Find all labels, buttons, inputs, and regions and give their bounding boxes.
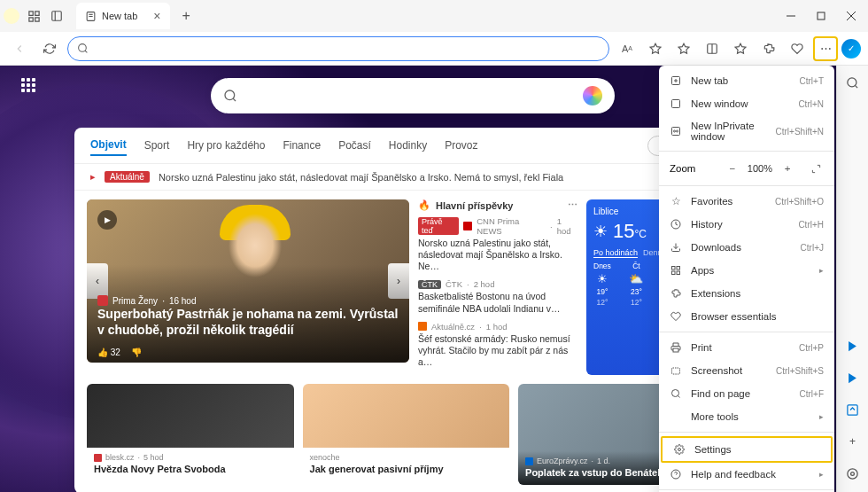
tab-page-icon xyxy=(85,11,97,22)
zoom-out-button[interactable]: − xyxy=(725,160,740,176)
menu-history[interactable]: History Ctrl+H xyxy=(659,213,834,236)
story-actions: 👍 32 👎 xyxy=(97,348,142,357)
menu-print[interactable]: Print Ctrl+P xyxy=(659,336,834,359)
menu-label: Favorites xyxy=(691,196,766,207)
svg-point-41 xyxy=(851,472,855,475)
menu-screenshot[interactable]: Screenshot Ctrl+Shift+S xyxy=(659,359,834,382)
menu-shortcut: Ctrl+Shift+N xyxy=(776,127,824,137)
feed-tab-sport[interactable]: Sport xyxy=(144,136,170,155)
svg-point-9 xyxy=(79,44,87,52)
menu-button[interactable]: ⋯ xyxy=(813,36,838,61)
more-menu-button[interactable]: ⋯ xyxy=(568,199,577,211)
reading-mode-icon[interactable]: AA xyxy=(615,36,639,61)
menu-downloads[interactable]: Downloads Ctrl+J xyxy=(659,236,834,259)
profile-avatar[interactable] xyxy=(4,8,19,24)
browser-essentials-icon[interactable] xyxy=(785,36,810,61)
maximize-button[interactable] xyxy=(808,3,834,29)
svg-point-31 xyxy=(672,390,679,397)
sidebar-play-icon[interactable] xyxy=(843,336,863,355)
top-story-item[interactable]: Právě teďCNN Prima NEWS·1 hod Norsko uzn… xyxy=(418,216,577,272)
sidebar-add-icon[interactable]: + xyxy=(843,432,863,451)
source-logo xyxy=(463,222,472,230)
feed-tab-watch[interactable]: Hodinky xyxy=(389,136,427,155)
menu-find[interactable]: Find on page Ctrl+F xyxy=(659,382,834,405)
chevron-right-icon: ▸ xyxy=(819,412,824,421)
feed-tab-weather[interactable]: Počasí xyxy=(338,136,371,155)
sidebar-settings-icon[interactable] xyxy=(843,464,863,483)
svg-marker-11 xyxy=(650,43,661,53)
menu-apps[interactable]: Apps ▸ xyxy=(659,259,834,282)
menu-shortcut: Ctrl+H xyxy=(798,220,824,230)
address-bar[interactable] xyxy=(67,36,609,61)
feed-tab-traffic[interactable]: Provoz xyxy=(445,136,477,155)
new-tab-button[interactable]: + xyxy=(182,8,190,24)
toolbar: AA ⋯ ✓ xyxy=(0,32,868,66)
menu-more-tools[interactable]: More tools ▸ xyxy=(659,405,834,428)
feed-tab-games[interactable]: Hry pro každého xyxy=(187,136,265,155)
fullscreen-button[interactable] xyxy=(808,160,824,176)
menu-shortcut: Ctrl+N xyxy=(798,99,824,109)
menu-settings[interactable]: Settings xyxy=(661,436,833,463)
feed-tab-finance[interactable]: Finance xyxy=(283,136,321,155)
browser-tab[interactable]: New tab × xyxy=(76,3,170,29)
top-story-item[interactable]: ČTKČTK·2 hod Basketbalisté Bostonu na úv… xyxy=(418,279,577,314)
story-title: Superbohatý Pastrňák je nohama na zemi. … xyxy=(97,306,399,338)
dislike-button[interactable]: 👎 xyxy=(131,348,142,357)
menu-label: Apps xyxy=(691,265,810,276)
menu-extensions[interactable]: Extensions xyxy=(659,282,834,305)
menu-label: Help and feedback xyxy=(691,469,810,480)
weather-tab-hourly[interactable]: Po hodinách xyxy=(593,248,638,258)
favorites-icon[interactable] xyxy=(671,36,696,61)
ntp-search-box[interactable] xyxy=(211,78,615,113)
vertical-tabs-icon[interactable] xyxy=(48,7,66,25)
menu-label: History xyxy=(691,219,789,230)
forecast-day: Dnes☀19°12° xyxy=(593,262,611,307)
source-logo xyxy=(97,295,108,306)
ntp-search-input[interactable] xyxy=(246,90,574,103)
menu-new-tab[interactable]: New tab Ctrl+T xyxy=(659,69,834,92)
menu-favorites[interactable]: ☆ Favorites Ctrl+Shift+O xyxy=(659,190,834,213)
menu-new-window[interactable]: New window Ctrl+N xyxy=(659,92,834,115)
address-input[interactable] xyxy=(96,43,600,55)
menu-label: New window xyxy=(691,98,789,109)
sidebar-expand-icon[interactable] xyxy=(843,400,863,419)
sidebar-play-icon-2[interactable] xyxy=(843,368,863,387)
breaking-icon: ▸ xyxy=(90,171,96,183)
zoom-in-button[interactable]: + xyxy=(779,160,795,176)
svg-rect-30 xyxy=(672,368,680,374)
read-aloud-icon[interactable] xyxy=(643,36,668,61)
tab-title: New tab xyxy=(102,11,137,21)
refresh-button[interactable] xyxy=(37,36,62,61)
close-window-button[interactable] xyxy=(838,3,864,29)
top-story-item[interactable]: Aktuálně.cz·1 hod Šéf estonské armády: R… xyxy=(418,322,577,368)
sidebar-search-icon[interactable] xyxy=(843,73,863,92)
news-card[interactable]: xenoche Jak generovat pasivní příjmy xyxy=(303,384,510,485)
copilot-gem-icon[interactable] xyxy=(583,86,602,105)
menu-browser-essentials[interactable]: Browser essentials xyxy=(659,305,834,328)
feed-tab-discover[interactable]: Objevit xyxy=(90,135,127,156)
copilot-icon[interactable]: ✓ xyxy=(841,39,861,59)
back-button[interactable] xyxy=(7,36,32,61)
browser-menu: New tab Ctrl+T New window Ctrl+N New InP… xyxy=(659,66,834,492)
svg-rect-0 xyxy=(52,12,62,21)
apps-launcher[interactable] xyxy=(21,78,43,99)
split-screen-icon[interactable] xyxy=(700,36,725,61)
like-button[interactable]: 👍 32 xyxy=(97,348,120,357)
svg-rect-6 xyxy=(818,12,825,20)
menu-help[interactable]: Help and feedback ▸ xyxy=(659,463,834,486)
workspaces-icon[interactable] xyxy=(25,7,43,25)
download-icon xyxy=(670,241,682,254)
news-card[interactable]: blesk.cz·5 hod Hvězda Novy Petra Svoboda xyxy=(87,384,294,485)
search-icon xyxy=(77,43,89,54)
collections-icon[interactable] xyxy=(728,36,753,61)
source-logo xyxy=(525,457,533,465)
tab-close-button[interactable]: × xyxy=(153,9,160,23)
svg-point-22 xyxy=(677,130,678,132)
card-title: Hvězda Novy Petra Svoboda xyxy=(94,464,287,476)
extensions-toolbar-icon[interactable] xyxy=(756,36,781,61)
printer-icon xyxy=(670,341,682,354)
main-story-card[interactable]: ▶ ‹ › Prima Ženy · 16 hod Superbohatý Pa… xyxy=(87,199,409,363)
menu-new-inprivate[interactable]: New InPrivate window Ctrl+Shift+N xyxy=(659,115,834,147)
card-image xyxy=(87,384,294,448)
minimize-button[interactable] xyxy=(778,3,804,29)
